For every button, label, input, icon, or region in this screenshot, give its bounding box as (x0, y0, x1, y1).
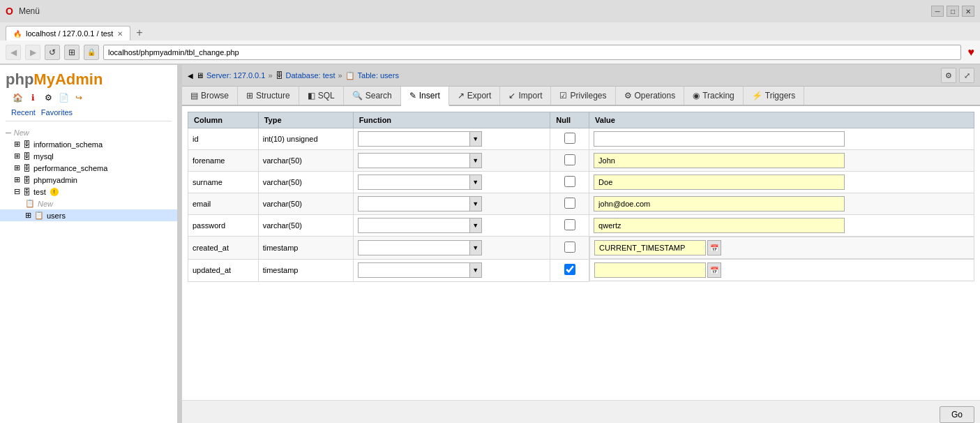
tab-search[interactable]: 🔍 Search (344, 87, 401, 105)
database-icon: 🗄 (276, 71, 283, 80)
sidebar-item-mysql[interactable]: ⊞ 🗄 mysql (0, 150, 177, 162)
tab-tracking-label: Tracking (702, 91, 734, 101)
tab-export-label: Export (467, 91, 492, 101)
breadcrumb-table[interactable]: Table: users (358, 71, 399, 80)
value-input-forename[interactable] (594, 153, 845, 168)
tab-sql[interactable]: ◧ SQL (299, 87, 344, 105)
function-dropdown-email[interactable]: ▼ (469, 196, 482, 212)
triggers-icon: ⚡ (752, 91, 762, 101)
sidebar-item-phpmyadmin[interactable]: ⊞ 🗄 phpmyadmin (0, 174, 177, 186)
bookmark-button[interactable]: ♥ (968, 46, 975, 59)
table-row: forename varchar(50) ▼ (188, 150, 974, 172)
exit-icon[interactable]: ↪ (73, 91, 85, 104)
tab-close-button[interactable]: ✕ (117, 30, 123, 38)
reload-button[interactable]: ↺ (45, 45, 60, 60)
back-button[interactable]: ◀ (6, 45, 21, 60)
settings-icon[interactable]: ⚙ (42, 91, 54, 104)
expand-icon: ⊞ (25, 211, 31, 220)
insert-table: Column Type Function Null Value id int(1… (188, 112, 974, 282)
info-icon[interactable]: ℹ (27, 91, 39, 104)
sidebar-item-information-schema[interactable]: ⊞ 🗄 information_schema (0, 138, 177, 150)
null-checkbox-password[interactable] (564, 219, 575, 230)
function-input-password[interactable] (358, 218, 469, 233)
tab-privileges[interactable]: ☑ Privileges (551, 87, 615, 105)
minimize-button[interactable]: ─ (931, 6, 944, 17)
forward-button[interactable]: ▶ (25, 45, 40, 60)
address-bar[interactable] (103, 45, 961, 60)
col-function-email: ▼ (353, 193, 550, 215)
tab-privileges-label: Privileges (570, 91, 606, 101)
function-input-surname[interactable] (358, 175, 469, 190)
null-checkbox-email[interactable] (564, 198, 575, 209)
calendar-button-updated-at[interactable]: 📅 (707, 262, 721, 278)
function-dropdown-password[interactable]: ▼ (469, 218, 482, 233)
null-checkbox-updated-at[interactable] (564, 264, 575, 275)
breadcrumb-settings-icon[interactable]: ⚙ (941, 68, 956, 83)
function-input-created-at[interactable] (358, 240, 469, 255)
col-null-id (550, 128, 589, 150)
null-checkbox-created-at[interactable] (564, 242, 575, 253)
tab-export[interactable]: ↗ Export (449, 87, 501, 105)
privileges-icon: ☑ (559, 91, 567, 101)
grid-button[interactable]: ⊞ (64, 45, 80, 60)
docs-icon[interactable]: 📄 (57, 91, 70, 104)
function-dropdown-created-at[interactable]: ▼ (469, 240, 482, 255)
tree-new-item[interactable]: ─ New (0, 127, 177, 138)
sidebar-item-test[interactable]: ⊟ 🗄 test ! (0, 186, 177, 198)
maximize-button[interactable]: □ (947, 6, 959, 17)
col-type-id: int(10) unsigned (258, 128, 353, 150)
close-button[interactable]: ✕ (962, 6, 974, 17)
tab-tracking[interactable]: ◉ Tracking (684, 87, 744, 105)
value-input-updated-at[interactable] (594, 262, 706, 278)
function-select-wrap-created-at: ▼ (358, 240, 546, 255)
function-dropdown-updated-at[interactable]: ▼ (469, 262, 482, 278)
value-input-email[interactable] (594, 196, 845, 212)
col-header-type: Type (258, 112, 353, 128)
col-type-email: varchar(50) (258, 193, 353, 215)
app-container: phpMyAdmin 🏠 ℹ ⚙ 📄 ↪ Recent Favorites ─ … (0, 65, 980, 423)
table-row: email varchar(50) ▼ (188, 193, 974, 215)
tab-insert[interactable]: ✎ Insert (401, 87, 449, 106)
new-tab-button[interactable]: + (132, 25, 146, 40)
col-header-value: Value (589, 112, 974, 128)
toggle-icon: ⊞ (14, 163, 20, 172)
function-dropdown-id[interactable]: ▼ (469, 131, 482, 147)
null-checkbox-id[interactable] (564, 133, 575, 144)
value-input-id[interactable] (594, 131, 845, 147)
menu-label[interactable]: Menü (19, 6, 40, 16)
sidebar-item-users[interactable]: ⊞ 📋 users (0, 209, 177, 221)
value-input-created-at[interactable] (594, 240, 706, 255)
home-icon[interactable]: 🏠 (11, 91, 24, 104)
tab-operations[interactable]: ⚙ Operations (616, 87, 685, 105)
go-button[interactable]: Go (940, 406, 974, 423)
value-input-surname[interactable] (594, 175, 845, 190)
tab-triggers-label: Triggers (765, 91, 796, 101)
function-dropdown-surname[interactable]: ▼ (469, 175, 482, 190)
function-select-wrap-surname: ▼ (358, 175, 546, 190)
col-function-updated-at: ▼ (353, 259, 550, 281)
function-input-updated-at[interactable] (358, 262, 469, 278)
tab-triggers[interactable]: ⚡ Triggers (744, 87, 805, 105)
function-input-email[interactable] (358, 196, 469, 212)
col-header-null: Null (550, 112, 589, 128)
tab-browse[interactable]: ▤ Browse (182, 87, 238, 105)
sidebar-item-performance-schema[interactable]: ⊞ 🗄 performance_schema (0, 162, 177, 174)
tab-import[interactable]: ↙ Import (500, 87, 551, 105)
browser-tab[interactable]: 🔥 localhost / 127.0.0.1 / test ✕ (6, 26, 130, 40)
function-input-forename[interactable] (358, 153, 469, 168)
breadcrumb-database[interactable]: Database: test (286, 71, 336, 80)
value-input-password[interactable] (594, 218, 845, 233)
breadcrumb-server[interactable]: Server: 127.0.0.1 (206, 71, 265, 80)
recent-link[interactable]: Recent (11, 108, 36, 117)
col-value-surname (589, 172, 974, 193)
function-input-id[interactable] (358, 131, 469, 147)
tab-structure[interactable]: ⊞ Structure (238, 87, 299, 105)
breadcrumb-expand-icon[interactable]: ⤢ (959, 68, 974, 83)
function-dropdown-forename[interactable]: ▼ (469, 153, 482, 168)
null-checkbox-forename[interactable] (564, 154, 575, 165)
favorites-link[interactable]: Favorites (41, 108, 73, 117)
calendar-button-created-at[interactable]: 📅 (707, 240, 721, 255)
null-checkbox-surname[interactable] (564, 176, 575, 187)
sidebar-test-new[interactable]: 📋 New (0, 198, 177, 209)
col-value-forename (589, 150, 974, 172)
